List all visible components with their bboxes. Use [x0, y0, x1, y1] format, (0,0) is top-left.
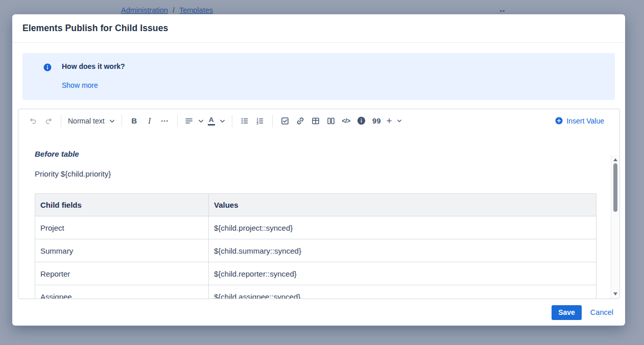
doc-heading: Before table	[35, 150, 597, 159]
table-icon	[311, 116, 320, 126]
table-header-row: Child fields Values	[35, 194, 597, 216]
table-cell[interactable]: ${child.assignee::synced}	[209, 285, 597, 299]
elements-publish-modal: Elements Publish for Child Issues How do…	[12, 14, 625, 326]
plus-icon: +	[387, 116, 392, 126]
bullet-list-button[interactable]	[237, 113, 252, 129]
code-block-button[interactable]: </>	[339, 113, 354, 129]
insert-value-label: Insert Value	[566, 117, 604, 125]
svg-text:3: 3	[256, 122, 258, 125]
toolbar-separator	[177, 115, 178, 127]
breadcrumb: Administration/Templates	[121, 6, 213, 14]
rich-text-editor: Normal text B I ⋯ A	[18, 109, 620, 299]
toolbar-separator	[232, 115, 232, 127]
info-panel-icon	[357, 116, 366, 125]
doc-table: Child fields Values Project ${child.proj…	[35, 193, 597, 299]
chevron-down-icon	[109, 119, 115, 123]
table-row: Assignee ${child.assignee::synced}	[35, 285, 597, 299]
text-color-icon: A	[208, 116, 215, 126]
chevron-down-icon	[220, 119, 225, 123]
redo-icon	[44, 116, 53, 126]
task-checkbox-icon	[280, 116, 290, 126]
breadcrumb-separator: /	[173, 6, 175, 14]
table-button[interactable]	[308, 113, 323, 129]
chevron-down-icon	[198, 119, 204, 123]
scrollbar-thumb[interactable]	[613, 163, 617, 212]
italic-button[interactable]: I	[142, 113, 157, 129]
scroll-down-button[interactable]	[613, 292, 617, 295]
chevron-down-icon	[397, 119, 402, 122]
scroll-up-button[interactable]	[613, 158, 617, 161]
toolbar-separator	[61, 115, 61, 127]
link-icon	[296, 116, 305, 126]
modal-footer: Save Cancel	[12, 299, 625, 326]
table-cell[interactable]: Assignee	[35, 285, 209, 299]
text-style-label: Normal text	[68, 117, 105, 125]
editor-body: Before table Priority ${child.priority} …	[18, 132, 619, 299]
plus-circle-icon	[555, 117, 563, 125]
table-cell[interactable]: ${child.summary::synced}	[209, 239, 597, 262]
save-button[interactable]: Save	[552, 305, 582, 320]
insert-value-button[interactable]: Insert Value	[555, 117, 611, 125]
table-cell[interactable]: ${child.reporter::synced}	[209, 262, 597, 285]
info-panel-button[interactable]	[354, 113, 369, 129]
info-banner: How does it work? Show more	[22, 53, 615, 100]
ordered-list-icon: 123	[255, 116, 265, 126]
toolbar-separator	[122, 115, 122, 127]
breadcrumb-link-administration[interactable]: Administration	[121, 6, 168, 14]
toolbar-separator	[272, 115, 273, 127]
table-header-values[interactable]: Values	[209, 194, 597, 216]
doc-paragraph: Priority ${child.priority}	[35, 169, 597, 179]
more-formatting-button[interactable]: ⋯	[157, 113, 173, 129]
info-icon	[43, 63, 52, 71]
table-row: Reporter ${child.reporter::synced}	[35, 262, 597, 285]
table-cell[interactable]: ${child.project::synced}	[209, 216, 597, 239]
bold-button[interactable]: B	[127, 113, 142, 129]
table-header-child-fields[interactable]: Child fields	[35, 194, 209, 216]
more-icon: ⋯	[161, 116, 169, 126]
breadcrumb-link-templates[interactable]: Templates	[179, 6, 213, 14]
alignment-dropdown[interactable]	[182, 113, 206, 129]
task-list-button[interactable]	[277, 113, 293, 129]
modal-title: Elements Publish for Child Issues	[22, 23, 168, 34]
insert-menu-dropdown[interactable]: +	[385, 113, 404, 129]
align-left-icon	[184, 116, 194, 126]
quote-button[interactable]: 99	[369, 113, 385, 129]
cancel-button[interactable]: Cancel	[590, 308, 613, 316]
resize-width-icon[interactable]: ↔	[498, 5, 506, 14]
italic-icon: I	[148, 116, 151, 126]
undo-button[interactable]	[26, 113, 41, 129]
ordered-list-button[interactable]: 123	[252, 113, 268, 129]
redo-button[interactable]	[41, 113, 56, 129]
table-cell[interactable]: Summary	[35, 239, 209, 262]
page-backdrop: Administration/Templates ↔ Elements Publ…	[0, 0, 644, 345]
editor-toolbar: Normal text B I ⋯ A	[18, 109, 619, 132]
scrollbar-track[interactable]	[611, 155, 619, 299]
table-row: Project ${child.project::synced}	[35, 216, 597, 239]
text-style-dropdown[interactable]: Normal text	[66, 113, 117, 129]
banner-heading: How does it work?	[62, 62, 125, 70]
table-cell[interactable]: Reporter	[35, 262, 209, 285]
columns-layout-icon	[326, 116, 336, 126]
quote-icon: 99	[372, 117, 381, 125]
bold-icon: B	[131, 116, 137, 125]
rich-text-content[interactable]: Before table Priority ${child.priority} …	[18, 132, 619, 299]
code-icon: </>	[342, 117, 350, 125]
undo-icon	[29, 116, 38, 126]
link-button[interactable]	[293, 113, 308, 129]
layout-button[interactable]	[323, 113, 339, 129]
modal-header: Elements Publish for Child Issues	[12, 14, 625, 43]
text-color-dropdown[interactable]: A	[206, 113, 227, 129]
show-more-link[interactable]: Show more	[62, 81, 98, 89]
table-cell[interactable]: Project	[35, 216, 209, 239]
table-row: Summary ${child.summary::synced}	[35, 239, 597, 262]
bullet-list-icon	[240, 116, 249, 126]
